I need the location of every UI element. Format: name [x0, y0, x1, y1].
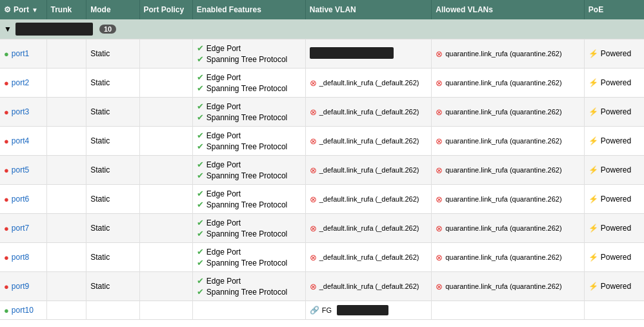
feature-item: ✔Edge Port: [197, 247, 301, 257]
allowedvlan-label: quarantine.link_rufa (quarantine.262): [445, 137, 561, 145]
port-name-label[interactable]: port7: [12, 224, 29, 233]
poe-label: Powered: [601, 136, 631, 145]
port-name-label[interactable]: port5: [12, 165, 29, 174]
nativevlan-cell: ⊗_default.link_rufa (_default.262): [305, 272, 431, 301]
feature-label: Spanning Tree Protocol: [206, 171, 287, 180]
allowedvlans-cell: ⊗quarantine.link_rufa (quarantine.262): [432, 272, 585, 301]
nativevlan-cell: ⊗_default.link_rufa (_default.262): [305, 185, 431, 214]
allowedvlans-cell: ⊗quarantine.link_rufa (quarantine.262): [432, 127, 585, 156]
switch-name-input[interactable]: [15, 23, 93, 36]
poe-bolt-icon: ⚡: [589, 136, 598, 145]
feature-check-icon: ✔: [197, 54, 204, 64]
nativevlan-cell: ⊗_default.link_rufa (_default.262): [305, 98, 431, 127]
feature-label: Edge Port: [206, 160, 241, 169]
portpolicy-cell: [139, 214, 192, 243]
col-header-allowedvlans: Allowed VLANs: [432, 0, 585, 19]
port-status-icon: ●: [4, 136, 9, 146]
features-cell: ✔Edge Port✔Spanning Tree Protocol: [192, 98, 305, 127]
features-cell: ✔Edge Port✔Spanning Tree Protocol: [192, 69, 305, 98]
port-status-icon: ●: [4, 253, 9, 262]
allowedvlan-icon: ⊗: [436, 165, 443, 175]
table-row: ● port10 🔗FG: [0, 301, 644, 320]
feature-label: Edge Port: [206, 248, 241, 257]
vlan-icon: ⊗: [310, 136, 317, 146]
allowedvlan-label: quarantine.link_rufa (quarantine.262): [445, 224, 561, 232]
allowedvlans-cell: ⊗quarantine.link_rufa (quarantine.262): [432, 243, 585, 272]
poe-cell: ⚡Powered: [584, 39, 644, 69]
col-header-nativevlan: Native VLAN: [305, 0, 431, 19]
port-name-cell: ● port10: [0, 301, 46, 320]
allowedvlan-label: quarantine.link_rufa (quarantine.262): [445, 108, 561, 116]
port-name-label[interactable]: port1: [12, 49, 29, 58]
port-name-cell: ● port6: [0, 185, 46, 214]
allowedvlan-icon: ⊗: [436, 224, 443, 233]
feature-item: ✔Spanning Tree Protocol: [197, 54, 301, 64]
gear-icon[interactable]: ⚙: [4, 5, 11, 14]
poe-label: Powered: [601, 224, 631, 233]
mode-cell: Static: [86, 243, 139, 272]
feature-check-icon: ✔: [197, 200, 204, 209]
col-header-features: Enabled Features: [192, 0, 305, 19]
port-status-icon: ●: [4, 49, 9, 59]
port-name-label[interactable]: port4: [12, 136, 29, 145]
portpolicy-cell: [139, 185, 192, 214]
nativevlan-cell: [305, 39, 431, 69]
feature-check-icon: ✔: [197, 189, 204, 198]
poe-cell: [584, 301, 644, 320]
feature-label: Spanning Tree Protocol: [206, 200, 287, 209]
allowedvlan-label: quarantine.link_rufa (quarantine.262): [445, 50, 561, 58]
allowedvlan-label: quarantine.link_rufa (quarantine.262): [445, 282, 561, 290]
feature-label: Spanning Tree Protocol: [206, 258, 287, 268]
port-name-label[interactable]: port10: [12, 306, 34, 315]
portpolicy-cell: [139, 69, 192, 98]
feature-label: Edge Port: [206, 102, 241, 111]
mode-cell: Static: [86, 214, 139, 243]
portpolicy-cell: [139, 156, 192, 185]
nativevlan-fg-label: FG: [322, 306, 332, 314]
vlan-icon: ⊗: [310, 78, 317, 88]
feature-check-icon: ✔: [197, 112, 204, 122]
allowedvlan-label: quarantine.link_rufa (quarantine.262): [445, 166, 561, 174]
allowedvlans-cell: ⊗quarantine.link_rufa (quarantine.262): [432, 185, 585, 214]
portpolicy-cell: [139, 301, 192, 320]
col-header-portpolicy: Port Policy: [139, 0, 192, 19]
port-name-label[interactable]: port8: [12, 253, 29, 262]
portpolicy-cell: [139, 127, 192, 156]
nativevlan-label: _default.link_rufa (_default.262): [319, 282, 419, 290]
nativevlan-cell: 🔗FG: [305, 301, 431, 320]
feature-item: ✔Edge Port: [197, 276, 301, 286]
feature-item: ✔Edge Port: [197, 131, 301, 140]
poe-label: Powered: [601, 107, 631, 116]
port-status-icon: ●: [4, 282, 9, 291]
port-name-cell: ● port4: [0, 127, 46, 156]
feature-check-icon: ✔: [197, 131, 204, 140]
poe-label: Powered: [601, 78, 631, 87]
filter-icon[interactable]: ▼: [32, 6, 38, 14]
feature-check-icon: ✔: [197, 142, 204, 151]
table-row: ● port7 Static✔Edge Port✔Spanning Tree P…: [0, 214, 644, 243]
poe-cell: ⚡Powered: [584, 243, 644, 272]
poe-cell: ⚡Powered: [584, 127, 644, 156]
mode-cell: [86, 301, 139, 320]
features-cell: ✔Edge Port✔Spanning Tree Protocol: [192, 127, 305, 156]
col-header-trunk: Trunk: [46, 0, 86, 19]
port-status-icon: ●: [4, 195, 9, 204]
port-name-label[interactable]: port6: [12, 195, 29, 204]
allowedvlan-label: quarantine.link_rufa (quarantine.262): [445, 79, 561, 87]
port-name-label[interactable]: port9: [12, 282, 29, 291]
nativevlan-label: _default.link_rufa (_default.262): [319, 195, 419, 203]
switch-expand-icon[interactable]: ▼: [4, 25, 12, 34]
feature-item: ✔Edge Port: [197, 160, 301, 169]
poe-bolt-icon: ⚡: [589, 78, 598, 87]
feature-check-icon: ✔: [197, 43, 204, 53]
allowedvlan-icon: ⊗: [436, 195, 443, 204]
trunk-cell: [46, 272, 86, 301]
trunk-cell: [46, 301, 86, 320]
features-cell: ✔Edge Port✔Spanning Tree Protocol: [192, 214, 305, 243]
mode-cell: Static: [86, 127, 139, 156]
feature-item: ✔Spanning Tree Protocol: [197, 200, 301, 209]
port-name-label[interactable]: port2: [12, 78, 29, 87]
feature-check-icon: ✔: [197, 258, 204, 268]
port-name-label[interactable]: port3: [12, 107, 29, 116]
vlan-icon: ⊗: [310, 224, 317, 233]
